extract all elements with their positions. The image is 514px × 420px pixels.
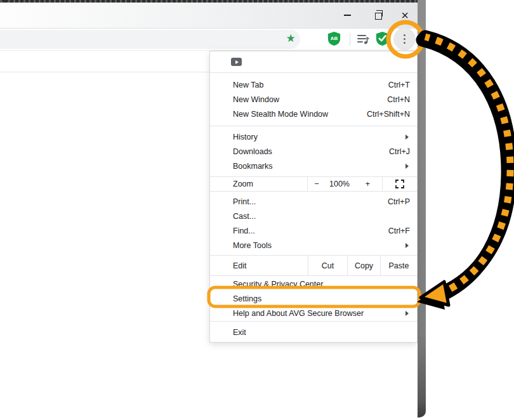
menu-item-label: Edit (233, 261, 308, 270)
menu-item-new-window[interactable]: New Window Ctrl+N (210, 92, 417, 107)
submenu-arrow-icon (405, 243, 409, 248)
menu-item-find[interactable]: Find... Ctrl+F (210, 223, 417, 238)
menu-item-security-privacy-center[interactable]: Security & Privacy Center (210, 277, 417, 291)
profile-badge-text: AB (331, 36, 338, 41)
fullscreen-button[interactable] (383, 177, 417, 191)
menu-item-more-tools[interactable]: More Tools (210, 238, 417, 253)
menu-item-label: More Tools (233, 241, 405, 250)
menu-group-actions: Print... Ctrl+P Cast... Find... Ctrl+F M… (210, 192, 417, 255)
window-right-edge (418, 0, 426, 417)
menu-item-new-stealth-window[interactable]: New Stealth Mode Window Ctrl+Shift+N (210, 107, 417, 121)
curved-dashed-arrow (417, 37, 510, 310)
menu-item-label: Zoom (233, 180, 307, 188)
submenu-arrow-icon (405, 135, 409, 140)
menu-group-exit: Exit (210, 322, 417, 344)
menu-group-media (210, 51, 417, 72)
toolbar-separator (350, 33, 350, 46)
edit-cut-button[interactable]: Cut (308, 256, 347, 275)
menu-item-label: Bookmarks (233, 162, 405, 171)
menu-group-settings: Security & Privacy Center Settings Help … (210, 276, 417, 321)
submenu-arrow-icon (405, 311, 409, 316)
profile-shield-badge[interactable]: AB (327, 31, 341, 46)
menu-item-label: Settings (233, 294, 410, 303)
menu-item-downloads[interactable]: Downloads Ctrl+J (210, 144, 417, 159)
menu-item-shortcut: Ctrl+P (388, 197, 410, 206)
playlist-icon[interactable] (357, 33, 370, 48)
menu-item-cast[interactable]: Cast... (210, 209, 417, 223)
menu-item-label: Print... (233, 197, 388, 206)
shield-check-glyph (376, 31, 389, 46)
playlist-icon-glyph (357, 33, 370, 46)
menu-item-history[interactable]: History (210, 129, 417, 144)
menu-item-label: New Window (233, 95, 387, 104)
menu-item-shortcut: Ctrl+Shift+N (367, 110, 410, 119)
restore-icon (375, 13, 382, 20)
browser-main-menu: New Tab Ctrl+T New Window Ctrl+N New Ste… (209, 51, 418, 343)
menu-dots-icon (404, 42, 405, 44)
minimize-button[interactable] (338, 3, 357, 28)
close-icon: × (401, 9, 409, 22)
menu-item-label: New Stealth Mode Window (233, 110, 367, 119)
screenshot-canvas: × ★ AB (0, 0, 514, 420)
fullscreen-icon (395, 180, 404, 188)
menu-item-label: Find... (233, 226, 388, 235)
edit-paste-button[interactable]: Paste (381, 256, 417, 275)
menu-item-shortcut: Ctrl+F (388, 226, 410, 235)
menu-item-shortcut: Ctrl+T (388, 81, 410, 89)
menu-item-label: Cast... (233, 212, 410, 221)
browser-menu-button[interactable] (393, 28, 416, 50)
menu-item-print[interactable]: Print... Ctrl+P (210, 194, 417, 209)
menu-item-help-about[interactable]: Help and About AVG Secure Browser (210, 306, 417, 320)
menu-group-zoom: Zoom − 100% + (210, 177, 417, 191)
minimize-icon (344, 15, 351, 16)
zoom-level-value: 100% (326, 177, 353, 191)
menu-item-settings[interactable]: Settings (210, 291, 417, 306)
menu-group-tabs: New Tab Ctrl+T New Window Ctrl+N New Ste… (210, 73, 417, 126)
zoom-out-button[interactable]: − (308, 177, 326, 191)
menu-item-label: History (233, 133, 405, 141)
menu-item-exit[interactable]: Exit (210, 325, 417, 339)
menu-group-history: History Downloads Ctrl+J Bookmarks (210, 126, 417, 176)
menu-item-label: Security & Privacy Center (233, 280, 410, 289)
address-bar[interactable] (0, 30, 300, 49)
menu-item-label: Exit (233, 328, 410, 337)
menu-dots-icon (404, 38, 405, 40)
menu-group-edit: Edit Cut Copy Paste (210, 256, 417, 275)
video-play-icon (231, 58, 242, 66)
edit-copy-button[interactable]: Copy (348, 256, 380, 275)
security-shield-icon[interactable] (376, 31, 389, 46)
menu-item-bookmarks[interactable]: Bookmarks (210, 159, 417, 173)
menu-item-media[interactable] (210, 51, 417, 72)
browser-toolbar: ★ AB (0, 29, 418, 51)
menu-item-new-tab[interactable]: New Tab Ctrl+T (210, 77, 417, 92)
bookmark-star-icon[interactable]: ★ (283, 30, 298, 47)
zoom-in-button[interactable]: + (353, 177, 382, 191)
menu-item-edit: Edit Cut Copy Paste (210, 256, 417, 275)
menu-item-zoom: Zoom − 100% + (210, 177, 417, 191)
menu-item-shortcut: Ctrl+N (387, 95, 410, 104)
menu-item-label: Help and About AVG Secure Browser (233, 309, 405, 318)
menu-dots-icon (404, 34, 405, 36)
submenu-arrow-icon (405, 164, 409, 169)
restore-button[interactable] (369, 3, 388, 28)
title-bar: × (0, 3, 418, 29)
menu-item-shortcut: Ctrl+J (389, 147, 410, 156)
menu-item-label: Downloads (233, 147, 389, 156)
close-button[interactable]: × (395, 3, 414, 28)
shield-icon: AB (327, 31, 341, 46)
menu-item-label: New Tab (233, 81, 388, 89)
